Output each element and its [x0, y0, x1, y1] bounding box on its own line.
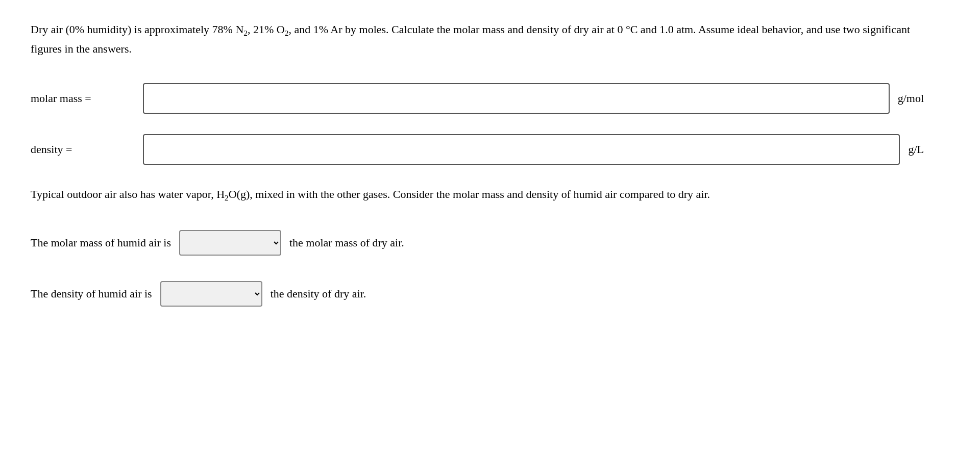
molar-mass-unit: g/mol [898, 92, 924, 105]
n2-subscript: 2 [243, 29, 248, 37]
density-unit: g/L [908, 143, 924, 156]
paragraph-text-part1: Typical outdoor air also has water vapor… [31, 188, 225, 200]
density-label: density = [31, 143, 143, 156]
molar-mass-dropdown-label: The molar mass of humid air is [31, 236, 171, 249]
molar-mass-dropdown-row: The molar mass of humid air is less than… [31, 230, 924, 256]
molar-mass-dropdown[interactable]: less than equal to greater than [179, 230, 281, 256]
h2o-subscript: 2 [225, 194, 229, 203]
intro-text-part2: , 21% O [248, 23, 285, 36]
density-dropdown[interactable]: less than equal to greater than [160, 281, 262, 307]
paragraph-text-part2: O(g), mixed in with the other gases. Con… [229, 188, 710, 200]
intro-text-part1: Dry air (0% humidity) is approximately 7… [31, 23, 243, 36]
density-dropdown-suffix: the density of dry air. [271, 287, 366, 300]
density-input[interactable] [143, 134, 900, 165]
molar-mass-dropdown-suffix: the molar mass of dry air. [289, 236, 404, 249]
molar-mass-row: molar mass = g/mol [31, 83, 924, 114]
density-row: density = g/L [31, 134, 924, 165]
intro-paragraph: Dry air (0% humidity) is approximately 7… [31, 20, 924, 58]
density-dropdown-row: The density of humid air is less than eq… [31, 281, 924, 307]
molar-mass-input[interactable] [143, 83, 890, 114]
molar-mass-label: molar mass = [31, 92, 143, 105]
humid-air-paragraph: Typical outdoor air also has water vapor… [31, 185, 924, 205]
density-dropdown-label: The density of humid air is [31, 287, 152, 300]
